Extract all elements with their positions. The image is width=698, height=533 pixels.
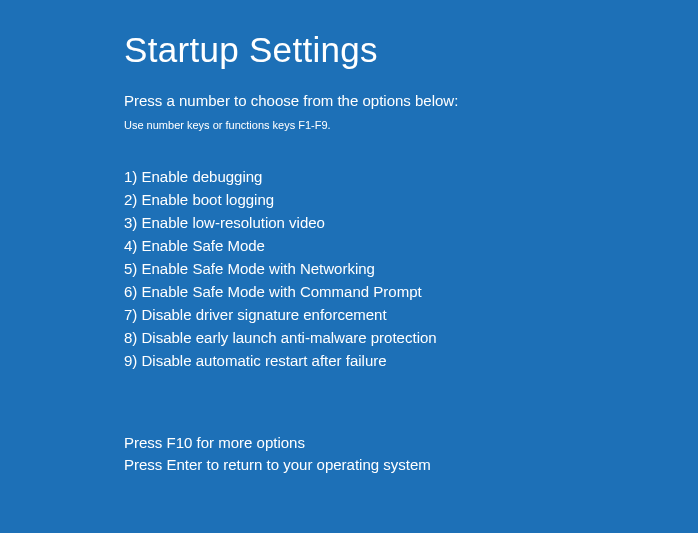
option-8-disable-anti-malware[interactable]: 8) Disable early launch anti-malware pro… [124, 326, 698, 349]
footer-return[interactable]: Press Enter to return to your operating … [124, 454, 698, 476]
option-9-disable-auto-restart[interactable]: 9) Disable automatic restart after failu… [124, 349, 698, 372]
option-3-low-resolution[interactable]: 3) Enable low-resolution video [124, 211, 698, 234]
option-2-boot-logging[interactable]: 2) Enable boot logging [124, 188, 698, 211]
options-list: 1) Enable debugging 2) Enable boot loggi… [124, 165, 698, 372]
sub-instruction-text: Use number keys or functions keys F1-F9. [124, 119, 698, 131]
option-6-safe-mode-command[interactable]: 6) Enable Safe Mode with Command Prompt [124, 280, 698, 303]
page-title: Startup Settings [124, 30, 698, 70]
startup-settings-screen: Startup Settings Press a number to choos… [0, 0, 698, 476]
footer-more-options[interactable]: Press F10 for more options [124, 432, 698, 454]
option-4-safe-mode[interactable]: 4) Enable Safe Mode [124, 234, 698, 257]
option-5-safe-mode-networking[interactable]: 5) Enable Safe Mode with Networking [124, 257, 698, 280]
option-1-debugging[interactable]: 1) Enable debugging [124, 165, 698, 188]
option-7-disable-driver-sig[interactable]: 7) Disable driver signature enforcement [124, 303, 698, 326]
instruction-text: Press a number to choose from the option… [124, 92, 698, 109]
